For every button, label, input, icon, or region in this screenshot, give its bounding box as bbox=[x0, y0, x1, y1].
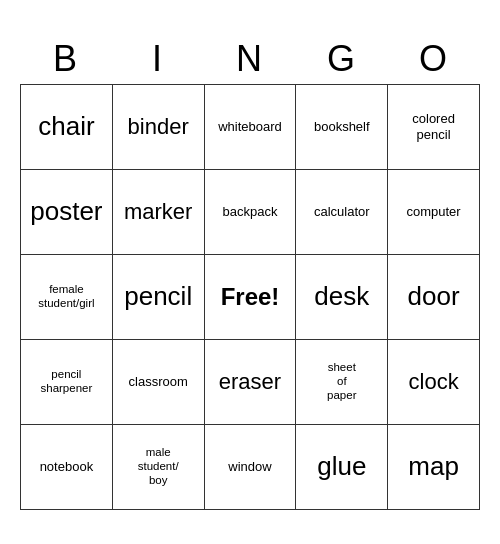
bingo-cell[interactable]: notebook bbox=[21, 425, 113, 510]
cell-text: glue bbox=[317, 451, 366, 482]
cell-text: Free! bbox=[221, 283, 280, 312]
bingo-cell[interactable]: glue bbox=[296, 425, 388, 510]
bingo-cell[interactable]: map bbox=[388, 425, 480, 510]
cell-text: computer bbox=[406, 204, 460, 220]
header-letter: O bbox=[388, 34, 480, 84]
cell-text: pencilsharpener bbox=[41, 368, 93, 396]
cell-text: chair bbox=[38, 111, 94, 142]
bingo-cell[interactable]: clock bbox=[388, 340, 480, 425]
cell-text: notebook bbox=[40, 459, 94, 475]
cell-text: femalestudent/girl bbox=[38, 283, 94, 311]
cell-text: calculator bbox=[314, 204, 370, 220]
cell-text: whiteboard bbox=[218, 119, 282, 135]
bingo-cell[interactable]: pencil bbox=[113, 255, 205, 340]
bingo-cell[interactable]: marker bbox=[113, 170, 205, 255]
bingo-cell[interactable]: bookshelf bbox=[296, 85, 388, 170]
bingo-cell[interactable]: binder bbox=[113, 85, 205, 170]
bingo-cell[interactable]: calculator bbox=[296, 170, 388, 255]
bingo-cell[interactable]: coloredpencil bbox=[388, 85, 480, 170]
bingo-cell[interactable]: eraser bbox=[205, 340, 297, 425]
bingo-cell[interactable]: window bbox=[205, 425, 297, 510]
bingo-cell[interactable]: poster bbox=[21, 170, 113, 255]
cell-text: poster bbox=[30, 196, 102, 227]
bingo-cell[interactable]: chair bbox=[21, 85, 113, 170]
cell-text: clock bbox=[409, 369, 459, 395]
header-letter: G bbox=[296, 34, 388, 84]
bingo-card: BINGO chairbinderwhiteboardbookshelfcolo… bbox=[20, 34, 480, 510]
bingo-cell[interactable]: door bbox=[388, 255, 480, 340]
bingo-cell[interactable]: sheetofpaper bbox=[296, 340, 388, 425]
bingo-cell[interactable]: whiteboard bbox=[205, 85, 297, 170]
cell-text: binder bbox=[128, 114, 189, 140]
cell-text: sheetofpaper bbox=[327, 361, 356, 402]
cell-text: desk bbox=[314, 281, 369, 312]
cell-text: eraser bbox=[219, 369, 281, 395]
bingo-cell[interactable]: computer bbox=[388, 170, 480, 255]
cell-text: window bbox=[228, 459, 271, 475]
bingo-cell[interactable]: femalestudent/girl bbox=[21, 255, 113, 340]
cell-text: door bbox=[408, 281, 460, 312]
bingo-cell[interactable]: Free! bbox=[205, 255, 297, 340]
cell-text: bookshelf bbox=[314, 119, 370, 135]
cell-text: map bbox=[408, 451, 459, 482]
header-letter: B bbox=[20, 34, 112, 84]
header-letter: I bbox=[112, 34, 204, 84]
bingo-cell[interactable]: classroom bbox=[113, 340, 205, 425]
bingo-cell[interactable]: pencilsharpener bbox=[21, 340, 113, 425]
cell-text: coloredpencil bbox=[412, 111, 455, 142]
bingo-cell[interactable]: malestudent/boy bbox=[113, 425, 205, 510]
cell-text: classroom bbox=[129, 374, 188, 390]
cell-text: backpack bbox=[223, 204, 278, 220]
bingo-header: BINGO bbox=[20, 34, 480, 84]
cell-text: malestudent/boy bbox=[138, 446, 179, 487]
bingo-cell[interactable]: desk bbox=[296, 255, 388, 340]
bingo-cell[interactable]: backpack bbox=[205, 170, 297, 255]
cell-text: pencil bbox=[124, 281, 192, 312]
header-letter: N bbox=[204, 34, 296, 84]
cell-text: marker bbox=[124, 199, 192, 225]
bingo-grid: chairbinderwhiteboardbookshelfcoloredpen… bbox=[20, 84, 480, 510]
